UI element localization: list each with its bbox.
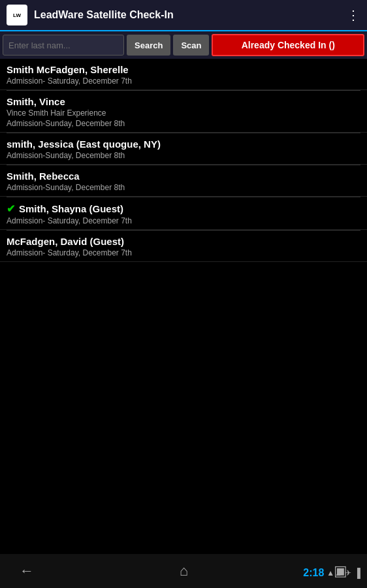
clock: 2:18	[303, 567, 324, 579]
list-item[interactable]: Smith McFadgen, SherelleAdmission- Satur…	[0, 59, 367, 90]
overflow-menu-icon[interactable]: ⋮	[347, 7, 360, 23]
admission-text: Admission-Sunday, December 8th	[7, 151, 360, 160]
admission-text: Admission-Sunday, December 8th	[7, 183, 360, 192]
app-logo: LW	[7, 5, 27, 25]
person-name: Smith, Rebecca	[7, 171, 360, 182]
search-button[interactable]: Search	[127, 35, 170, 56]
home-button[interactable]: ⌂	[180, 563, 188, 580]
back-button[interactable]: ←	[20, 563, 34, 580]
admission-text: Admission- Saturday, December 7th	[7, 248, 360, 257]
battery-icon: ▐	[354, 568, 360, 578]
admission-text: Admission- Saturday, December 7th	[7, 76, 360, 86]
logo-text: LW	[13, 12, 21, 18]
list-item[interactable]: ✔Smith, Shayna (Guest)Admission- Saturda…	[0, 197, 367, 230]
airplane-icon: ✈	[345, 568, 351, 578]
checked-in-banner[interactable]: Already Checked In ()	[212, 34, 364, 56]
admission-text: Admission-Sunday, December 8th	[7, 119, 360, 128]
checked-in-label: Already Checked In ()	[242, 40, 335, 50]
sub-name: Vince Smith Hair Experience	[7, 108, 360, 118]
bottom-nav: ← ⌂ ▣ 2:18 ▲▲ ✈ ▐	[0, 554, 367, 588]
list-item[interactable]: McFadgen, David (Guest)Admission- Saturd…	[0, 231, 367, 262]
scan-button[interactable]: Scan	[173, 35, 209, 56]
list-container: Smith McFadgen, SherelleAdmission- Satur…	[0, 59, 367, 301]
title-bar: LW LeadWare Satellite Check-In ⋮	[0, 0, 367, 31]
person-name: Smith, Vince	[7, 96, 360, 107]
person-name: ✔Smith, Shayna (Guest)	[7, 203, 360, 215]
list-item[interactable]: Smith, RebeccaAdmission-Sunday, December…	[0, 165, 367, 197]
search-bar: Search Scan Already Checked In ()	[0, 31, 367, 59]
admission-text: Admission- Saturday, December 7th	[7, 216, 360, 225]
check-mark-icon: ✔	[7, 203, 15, 215]
search-input[interactable]	[3, 35, 124, 56]
list-item[interactable]: Smith, VinceVince Smith Hair ExperienceA…	[0, 91, 367, 133]
status-area: 2:18 ▲▲ ✈ ▐	[303, 567, 360, 579]
person-name: Smith McFadgen, Sherelle	[7, 64, 360, 75]
list-item[interactable]: smith, Jessica (East quogue, NY)Admissio…	[0, 133, 367, 165]
person-name: smith, Jessica (East quogue, NY)	[7, 139, 360, 150]
app-title: LeadWare Satellite Check-In	[34, 9, 347, 21]
person-name: McFadgen, David (Guest)	[7, 236, 360, 247]
wifi-icon: ▲▲	[327, 568, 342, 578]
